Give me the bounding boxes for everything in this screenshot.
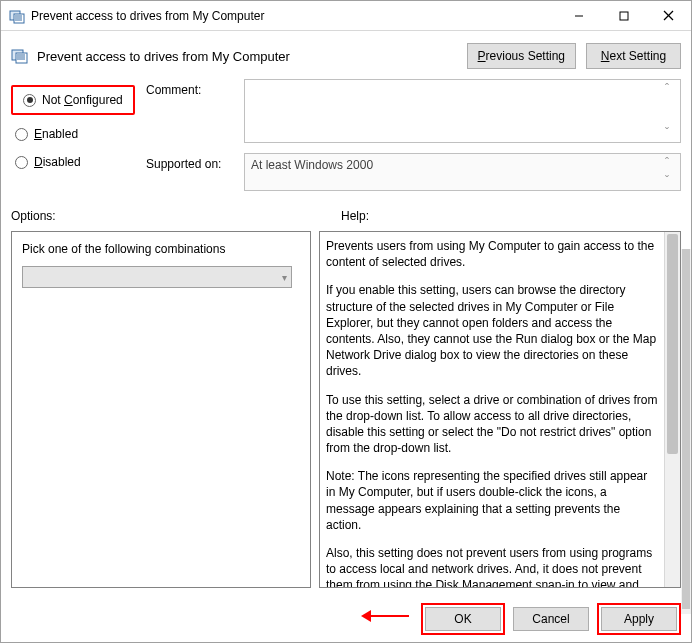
radio-disabled[interactable]: Disabled (11, 153, 146, 171)
minimize-button[interactable] (556, 1, 601, 30)
supported-label: Supported on: (146, 153, 236, 191)
options-prompt: Pick one of the following combinations (22, 242, 300, 256)
radio-icon (15, 156, 28, 169)
app-icon (9, 8, 25, 24)
supported-text: At least Windows 2000 (251, 158, 373, 172)
help-scrollbar[interactable] (664, 232, 680, 587)
right-column: Comment: ˆˇ Supported on: At least Windo… (146, 79, 681, 191)
policy-heading: Prevent access to drives from My Compute… (37, 49, 457, 64)
previous-setting-button[interactable]: Previous Setting (467, 43, 576, 69)
radio-icon (15, 128, 28, 141)
help-paragraph: If you enable this setting, users can br… (326, 282, 658, 379)
combination-dropdown[interactable]: ▾ (22, 266, 292, 288)
options-label: Options: (11, 209, 341, 223)
help-paragraph: Also, this setting does not prevent user… (326, 545, 658, 587)
outer-scrollbar[interactable] (681, 249, 691, 614)
ok-button[interactable]: OK (425, 607, 501, 631)
help-paragraph: Note: The icons representing the specifi… (326, 468, 658, 533)
svg-rect-6 (620, 12, 628, 20)
state-radios: Not Configured Enabled Disabled (11, 79, 146, 191)
help-pane: Prevents users from using My Computer to… (319, 231, 681, 588)
window-title: Prevent access to drives from My Compute… (31, 9, 556, 23)
arrow-left-icon (361, 606, 411, 626)
svg-marker-15 (361, 610, 371, 622)
lower-panes: Pick one of the following combinations ▾… (1, 227, 691, 596)
next-setting-button[interactable]: Next Setting (586, 43, 681, 69)
cancel-button[interactable]: Cancel (513, 607, 589, 631)
titlebar: Prevent access to drives from My Compute… (1, 1, 691, 31)
apply-button[interactable]: Apply (601, 607, 677, 631)
comment-textarea[interactable]: ˆˇ (244, 79, 681, 143)
policy-icon (11, 47, 29, 65)
policy-editor-window: Prevent access to drives from My Compute… (0, 0, 692, 643)
radio-enabled[interactable]: Enabled (11, 125, 146, 143)
section-labels: Options: Help: (1, 197, 691, 227)
help-label: Help: (341, 209, 369, 223)
scrollbar-thumb[interactable] (667, 234, 678, 454)
options-pane: Pick one of the following combinations ▾ (11, 231, 311, 588)
chevron-down-icon: ▾ (282, 272, 287, 283)
highlight-ok: OK (421, 603, 505, 635)
config-area: Not Configured Enabled Disabled Comment:… (1, 79, 691, 197)
scrollbar-thumb[interactable] (682, 249, 690, 609)
radio-icon (23, 94, 36, 107)
footer: OK Cancel Apply (1, 596, 691, 642)
header-row: Prevent access to drives from My Compute… (1, 31, 691, 79)
scroll-arrows-icon: ˆˇ (665, 82, 677, 140)
help-paragraph: Prevents users from using My Computer to… (326, 238, 658, 270)
radio-not-configured[interactable]: Not Configured (19, 91, 127, 109)
help-paragraph: To use this setting, select a drive or c… (326, 392, 658, 457)
supported-on-box: At least Windows 2000 ˆˇ (244, 153, 681, 191)
close-button[interactable] (646, 1, 691, 30)
scroll-arrows-icon: ˆˇ (665, 156, 677, 188)
comment-label: Comment: (146, 79, 236, 143)
help-text: Prevents users from using My Computer to… (320, 232, 664, 587)
highlight-not-configured: Not Configured (11, 85, 135, 115)
maximize-button[interactable] (601, 1, 646, 30)
highlight-apply: Apply (597, 603, 681, 635)
